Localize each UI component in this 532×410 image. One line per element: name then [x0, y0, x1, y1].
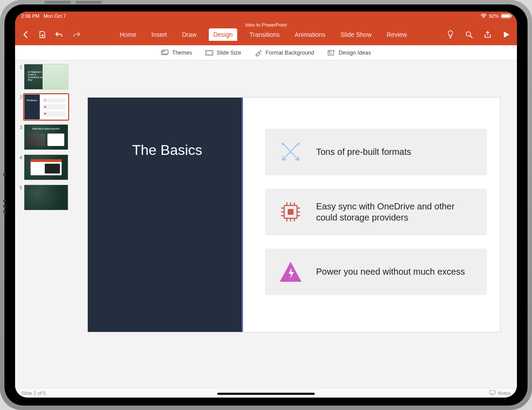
slide-size-label: Slide Size [216, 50, 241, 56]
slide-title[interactable]: The Basics [132, 142, 202, 158]
design-ideas-icon [328, 49, 336, 56]
tab-review[interactable]: Review [384, 29, 410, 41]
play-icon[interactable] [502, 30, 511, 39]
slide-point-3[interactable]: Power you need without much excess [265, 248, 487, 295]
status-time-date: 2:06 PM Mon Oct 7 [21, 13, 66, 19]
tab-design[interactable]: Design [209, 28, 237, 41]
thumb-number: 4 [18, 154, 22, 160]
tab-animations[interactable]: Animations [292, 29, 328, 41]
thumb3-title: What about Apple Keynote? [24, 127, 68, 130]
svg-rect-11 [490, 390, 495, 394]
thumb1-title: An Beginner's Guide to PowerPoint on iPa… [28, 71, 43, 81]
thumb-number: 2 [18, 94, 22, 100]
slide-point-2-text: Easy sync with OneDrive and other could … [316, 201, 473, 223]
workspace: 1 An Beginner's Guide to PowerPoint on i… [15, 60, 517, 388]
design-toolbar: Themes Slide Size Format Background [15, 45, 517, 60]
back-icon[interactable] [21, 30, 30, 39]
document-title: Intro to PowerPoint [15, 20, 517, 28]
format-background-button[interactable]: Format Background [254, 49, 314, 56]
slide-size-button[interactable]: Slide Size [205, 49, 241, 56]
format-background-icon [254, 49, 262, 56]
thumb-slide-5[interactable] [24, 185, 68, 210]
themes-label: Themes [172, 50, 192, 56]
svg-rect-6 [207, 51, 212, 54]
svg-point-0 [483, 17, 484, 18]
thumb-slide-1[interactable]: An Beginner's Guide to PowerPoint on iPa… [24, 64, 68, 90]
status-date: Mon Oct 7 [43, 13, 66, 19]
file-menu-icon[interactable] [38, 30, 47, 39]
slide-point-1[interactable]: Tons of pre-built formats [265, 129, 487, 175]
svg-rect-8 [329, 51, 330, 52]
slide-canvas[interactable]: The Basics [88, 98, 500, 332]
redo-icon[interactable] [72, 30, 81, 39]
title-bar: Intro to PowerPoint H [15, 20, 517, 45]
ribbon-tabs: Home Insert Draw Design Transitions Anim… [117, 28, 410, 45]
lightbulb-icon[interactable] [446, 30, 455, 39]
tab-insert[interactable]: Insert [149, 29, 169, 41]
status-time: 2:06 PM [21, 13, 39, 19]
thumb-slide-4[interactable] [24, 154, 68, 180]
slide-thumbnails[interactable]: 1 An Beginner's Guide to PowerPoint on i… [15, 60, 80, 388]
search-icon[interactable] [465, 30, 473, 39]
thumb-number: 1 [18, 64, 22, 70]
svg-rect-3 [163, 50, 168, 54]
thumb-number: 5 [18, 185, 22, 190]
share-icon[interactable] [483, 30, 492, 39]
swords-icon [278, 140, 303, 164]
svg-rect-10 [288, 209, 293, 215]
chip-icon [278, 200, 303, 224]
home-indicator[interactable] [217, 393, 315, 395]
tab-draw[interactable]: Draw [179, 29, 199, 41]
tab-home[interactable]: Home [117, 29, 139, 41]
status-bar: 2:06 PM Mon Oct 7 92% [15, 12, 517, 20]
format-background-label: Format Background [266, 50, 314, 56]
slide-counter: Slide 2 of 5 [21, 390, 46, 396]
warning-bolt-icon [278, 260, 303, 284]
slide-size-icon [205, 49, 213, 56]
thumb-slide-2[interactable]: The Basics [24, 94, 68, 120]
tab-transitions[interactable]: Transitions [247, 29, 282, 41]
thumb-number: 3 [18, 124, 22, 130]
slide-canvas-area[interactable]: The Basics [80, 60, 517, 388]
themes-button[interactable]: Themes [161, 49, 192, 56]
design-ideas-button[interactable]: Design Ideas [328, 49, 371, 56]
battery-pct: 92% [489, 13, 499, 19]
undo-icon[interactable] [55, 30, 64, 39]
slide-point-1-text: Tons of pre-built formats [316, 146, 411, 158]
tab-slideshow[interactable]: Slide Show [338, 29, 374, 41]
slide-point-2[interactable]: Easy sync with OneDrive and other could … [265, 189, 487, 235]
notes-button[interactable]: Notes [498, 390, 511, 396]
slide-left-panel: The Basics [88, 98, 243, 332]
notes-icon[interactable] [489, 390, 496, 396]
thumb-slide-3[interactable]: What about Apple Keynote? [24, 124, 68, 150]
design-ideas-label: Design Ideas [339, 50, 371, 56]
slide-point-3-text: Power you need without much excess [316, 266, 465, 277]
svg-rect-7 [328, 50, 334, 55]
thumb2-title: The Basics [26, 99, 37, 102]
battery-icon [501, 14, 511, 18]
wifi-icon [481, 14, 487, 18]
svg-rect-4 [164, 51, 165, 51]
themes-icon [161, 49, 169, 56]
